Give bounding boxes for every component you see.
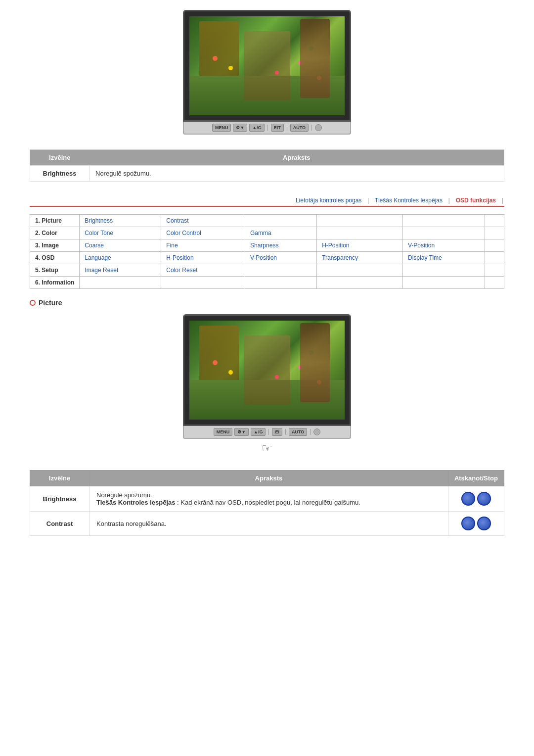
detail-desc-contrast: Kontrasta noregulēšana. (89, 512, 448, 536)
sep-6 (310, 429, 311, 435)
ag-btn-2[interactable]: ▲/G (251, 428, 266, 436)
osd-empty-6 (403, 227, 485, 239)
osd-colorreset: Color Reset (161, 264, 245, 277)
link-coarse[interactable]: Coarse (85, 242, 104, 249)
brightness-btn-1[interactable]: ⚙▼ (233, 124, 247, 132)
detail-table: Izvēlne Apraksts Atskaņot/Stop Brightnes… (30, 470, 504, 536)
osd-item-image: 3. Image (30, 239, 80, 252)
sep-1 (267, 125, 268, 131)
eit-btn-1[interactable]: EIT (271, 124, 284, 132)
tab-lietotaja[interactable]: Lietotāja kontroles pogas (296, 197, 361, 204)
sep-2 (287, 125, 287, 131)
power-btn-1[interactable] (315, 124, 322, 131)
osd-row-image: 3. Image Coarse Fine Sharpness H-Positio… (30, 239, 504, 252)
detail-desc-brightness: Noregulē spožumu. Tiešās Kontroles Iespē… (89, 486, 448, 512)
play-btn-contrast-1[interactable] (461, 517, 475, 530)
nav-sep-3: | (502, 196, 503, 204)
desc-cell-1: Noregulē spožumu. (89, 166, 504, 182)
detail-row-brightness: Brightness Noregulē spožumu. Tiešās Kont… (30, 486, 504, 512)
osd-coarse: Coarse (80, 239, 161, 252)
tab-osd[interactable]: OSD funkcijas (456, 197, 496, 204)
monitor-frame-2 (183, 314, 351, 426)
link-vpos[interactable]: V-Position (250, 254, 277, 261)
link-imgreset[interactable]: Image Reset (85, 267, 118, 274)
auto-btn-1[interactable]: AUTO (290, 124, 309, 132)
osd-empty-8 (485, 239, 504, 252)
osd-row-osd: 4. OSD Language H-Position V-Position Tr… (30, 252, 504, 264)
monitor-screen-1 (189, 16, 345, 115)
link-brightness[interactable]: Brightness (85, 217, 113, 224)
link-hpos[interactable]: H-Position (166, 254, 193, 261)
page-wrapper: MENU ⚙▼ ▲/G EIT AUTO Izvēlne Apraksts Br… (0, 0, 534, 546)
link-contrast[interactable]: Contrast (166, 217, 188, 224)
osd-empty-19 (485, 277, 504, 289)
menu-table-1: Izvēlne Apraksts Brightness Noregulē spo… (30, 149, 504, 182)
monitor-buttons-2: MENU ⚙▼ ▲/G EI AUTO (183, 426, 351, 439)
link-hposition[interactable]: H-Position (322, 242, 349, 249)
osd-empty-11 (317, 264, 403, 277)
osd-row-color: 2. Color Color Tone Color Control Gamma (30, 227, 504, 239)
cursor-hand: ☞ (183, 441, 351, 455)
osd-row-picture: 1. Picture Brightness Contrast (30, 215, 504, 227)
section-heading-picture: Picture (30, 299, 504, 307)
sep-5 (285, 429, 286, 435)
link-colorcontrol[interactable]: Color Control (166, 230, 201, 236)
osd-empty-12 (403, 264, 485, 277)
hand-icon: ☞ (262, 441, 272, 455)
osd-fine: Fine (161, 239, 245, 252)
link-transparency[interactable]: Transparency (322, 254, 358, 261)
menu-btn-2[interactable]: MENU (214, 428, 233, 436)
menu-cell-1: Brightness (30, 166, 89, 182)
ei-btn-2[interactable]: EI (272, 428, 282, 436)
link-gamma[interactable]: Gamma (250, 230, 271, 236)
osd-vpos: V-Position (245, 252, 317, 264)
play-btn-contrast-2[interactable] (477, 517, 491, 530)
monitor-container-2: MENU ⚙▼ ▲/G EI AUTO ☞ (183, 314, 351, 455)
link-language[interactable]: Language (85, 254, 111, 261)
osd-vposition: V-Position (403, 239, 485, 252)
osd-displaytime: Display Time (403, 252, 485, 264)
link-colorreset[interactable]: Color Reset (166, 267, 197, 274)
link-vposition[interactable]: V-Position (408, 242, 435, 249)
link-sharpness[interactable]: Sharpness (250, 242, 278, 249)
osd-empty-18 (403, 277, 485, 289)
osd-empty-17 (317, 277, 403, 289)
brightness-btn-2[interactable]: ⚙▼ (234, 428, 249, 436)
auto-btn-2[interactable]: AUTO (289, 428, 307, 436)
osd-empty-7 (485, 227, 504, 239)
btn-pair-brightness (455, 492, 497, 506)
osd-sharpness: Sharpness (245, 239, 317, 252)
col-header-menu-1: Izvēlne (30, 150, 89, 166)
osd-row-setup: 5. Setup Image Reset Color Reset (30, 264, 504, 277)
monitor-section-2: MENU ⚙▼ ▲/G EI AUTO ☞ (30, 314, 504, 455)
btn-pair-contrast (455, 517, 497, 530)
col-header-desc-1: Apraksts (89, 150, 504, 166)
link-fine[interactable]: Fine (166, 242, 178, 249)
osd-item-color: 2. Color (30, 227, 80, 239)
osd-gamma: Gamma (245, 227, 317, 239)
osd-item-info: 6. Information (30, 277, 80, 289)
detail-menu-contrast: Contrast (30, 512, 89, 536)
detail-btn-contrast (448, 512, 504, 536)
detail-bold-text: Tiešās Kontroles Iespējas (96, 499, 175, 506)
osd-item-osd: 4. OSD (30, 252, 80, 264)
play-btn-brightness-2[interactable] (477, 492, 491, 506)
osd-empty-15 (161, 277, 245, 289)
nav-sep-2: | (448, 196, 450, 204)
osd-item-setup: 5. Setup (30, 264, 80, 277)
osd-hposition: H-Position (317, 239, 403, 252)
osd-transparency: Transparency (317, 252, 403, 264)
menu-btn-1[interactable]: MENU (212, 124, 231, 132)
osd-hpos: H-Position (161, 252, 245, 264)
section-heading-label: Picture (39, 299, 62, 307)
table-row: Brightness Noregulē spožumu. (30, 166, 504, 182)
link-displaytime[interactable]: Display Time (408, 254, 442, 261)
ag-btn-1[interactable]: ▲/G (249, 124, 264, 132)
play-btn-brightness-1[interactable] (461, 492, 475, 506)
osd-empty-2 (317, 215, 403, 227)
link-colortone[interactable]: Color Tone (85, 230, 113, 236)
osd-table: 1. Picture Brightness Contrast 2. Color … (30, 214, 504, 289)
power-btn-2[interactable] (313, 428, 320, 435)
tab-tieshas[interactable]: Tiešās Kontroles Iespējas (375, 197, 443, 204)
sep-4 (268, 429, 269, 435)
